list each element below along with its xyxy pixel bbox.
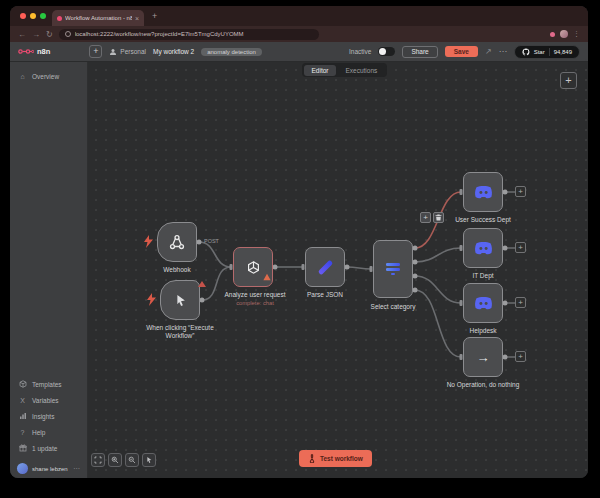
- discord-icon: [473, 185, 494, 200]
- browser-menu-icon[interactable]: ⋮: [573, 30, 580, 38]
- toggle-knob: [379, 48, 386, 55]
- extension-icon[interactable]: [550, 32, 555, 37]
- canvas-controls: [91, 453, 156, 467]
- connection-delete-button[interactable]: [433, 212, 444, 223]
- zoom-to-fit-button[interactable]: [91, 453, 105, 467]
- connection-webhook-openai[interactable]: [199, 242, 231, 267]
- variables-icon: X: [18, 397, 27, 404]
- zoom-in-button[interactable]: [108, 453, 122, 467]
- add-next-node-button[interactable]: +: [515, 297, 526, 308]
- test-workflow-button[interactable]: Test workflow: [299, 450, 372, 467]
- forward-icon[interactable]: →: [32, 30, 40, 39]
- node-label: Parse JSON: [283, 291, 367, 299]
- n8n-logo-icon: [18, 47, 34, 56]
- add-next-node-button[interactable]: +: [515, 186, 526, 197]
- minimize-window-button[interactable]: [30, 13, 36, 19]
- browser-tabstrip: Workflow Automation - n8n × +: [10, 6, 588, 26]
- node-label: Helpdesk: [441, 327, 525, 335]
- reload-icon[interactable]: ↻: [46, 30, 53, 39]
- node-select-category[interactable]: [373, 240, 413, 298]
- app-header: n8n + Personal My workflow 2 anomaly det…: [10, 42, 588, 62]
- node-discord-it-dept[interactable]: [463, 228, 503, 268]
- add-next-node-button[interactable]: +: [515, 242, 526, 253]
- help-icon: ?: [18, 429, 27, 436]
- insights-icon: [18, 412, 27, 421]
- tab-executions[interactable]: Executions: [337, 65, 385, 76]
- node-no-operation[interactable]: →: [463, 337, 503, 377]
- view-tabs: Editor Executions: [302, 63, 387, 77]
- sidebar-item-help[interactable]: ? Help: [10, 424, 87, 440]
- browser-tab[interactable]: Workflow Automation - n8n ×: [52, 10, 144, 26]
- cursor-icon: [173, 293, 188, 308]
- discord-icon: [473, 241, 494, 256]
- star-count: 94,849: [554, 49, 572, 55]
- add-workflow-button[interactable]: +: [89, 45, 102, 58]
- close-window-button[interactable]: [20, 13, 26, 19]
- warning-icon: [263, 267, 271, 285]
- save-button[interactable]: Save: [445, 46, 478, 57]
- node-label: IT Dept: [441, 272, 525, 280]
- node-webhook[interactable]: [157, 222, 197, 262]
- sidebar-item-insights[interactable]: Insights: [10, 408, 87, 424]
- workflow-name[interactable]: My workflow 2: [153, 48, 194, 55]
- interaction-mode-button[interactable]: [142, 453, 156, 467]
- node-label: No Operation, do nothing: [441, 381, 525, 389]
- status-label: Inactive: [349, 48, 371, 55]
- discord-icon: [473, 296, 494, 311]
- github-icon: [522, 48, 530, 56]
- sidebar-item-updates[interactable]: 1 update: [10, 440, 87, 456]
- star-label: Star: [534, 49, 545, 55]
- active-toggle[interactable]: [378, 47, 395, 56]
- connection-add-button[interactable]: +: [420, 212, 431, 223]
- connection-switch-noop[interactable]: [415, 290, 461, 357]
- connection-parse-switch[interactable]: [347, 267, 371, 269]
- zoom-window-button[interactable]: [40, 13, 46, 19]
- add-node-button[interactable]: +: [560, 72, 577, 89]
- switch-icon: [386, 263, 400, 274]
- site-info-icon[interactable]: [65, 31, 71, 37]
- user-name: shane lebzen: [32, 466, 69, 472]
- trigger-bolt-icon: [144, 234, 153, 252]
- webhook-output-label: POST: [204, 238, 219, 244]
- add-next-node-button[interactable]: +: [515, 351, 526, 362]
- workflow-tag[interactable]: anomaly detection: [201, 48, 262, 56]
- back-icon[interactable]: ←: [18, 30, 26, 39]
- webhook-icon: [168, 233, 186, 251]
- tab-editor[interactable]: Editor: [304, 65, 337, 76]
- new-tab-button[interactable]: +: [152, 11, 157, 21]
- browser-window: Workflow Automation - n8n × + ← → ↻ loca…: [10, 6, 588, 478]
- trigger-bolt-icon: [147, 292, 156, 310]
- templates-icon: [18, 380, 27, 389]
- sidebar-item-templates[interactable]: Templates: [10, 376, 87, 392]
- more-options-icon[interactable]: ⋯: [499, 47, 507, 56]
- user-menu-icon[interactable]: ⋯: [73, 465, 80, 473]
- flask-icon: [308, 454, 316, 463]
- n8n-logo-text: n8n: [37, 47, 50, 56]
- workflow-canvas[interactable]: Editor Executions + Webhook POST When cl…: [88, 62, 588, 478]
- node-discord-user-success[interactable]: [463, 172, 503, 212]
- share-button[interactable]: Share: [402, 46, 437, 58]
- node-manual-trigger[interactable]: [160, 280, 200, 320]
- github-star-badge[interactable]: Star 94,849: [514, 45, 580, 59]
- person-icon: [109, 48, 117, 56]
- divider: [549, 48, 550, 56]
- tab-title: Workflow Automation - n8n: [65, 15, 132, 21]
- browser-profile-avatar[interactable]: [560, 30, 568, 38]
- sidebar-user[interactable]: shane lebzen ⋯: [10, 463, 87, 474]
- node-label: When clicking “Execute Workflow”: [138, 324, 222, 340]
- browser-toolbar: ← → ↻ localhost:2222/workflow/new?projec…: [10, 26, 588, 42]
- address-bar[interactable]: localhost:2222/workflow/new?projectId=E7…: [59, 29, 319, 40]
- sidebar-item-overview[interactable]: ⌂ Overview: [10, 68, 87, 84]
- n8n-favicon: [57, 16, 62, 21]
- connection-switch-it[interactable]: [415, 248, 461, 262]
- node-label: Select category: [351, 303, 435, 311]
- node-analyze-user-request[interactable]: [233, 247, 273, 287]
- zoom-out-button[interactable]: [125, 453, 139, 467]
- edit-fields-icon: [317, 259, 333, 275]
- node-parse-json[interactable]: [305, 247, 345, 287]
- sidebar-item-variables[interactable]: X Variables: [10, 392, 87, 408]
- breadcrumb-project[interactable]: Personal: [109, 48, 146, 56]
- node-discord-helpdesk[interactable]: [463, 283, 503, 323]
- history-icon[interactable]: ↗: [485, 47, 492, 56]
- close-tab-icon[interactable]: ×: [135, 15, 139, 22]
